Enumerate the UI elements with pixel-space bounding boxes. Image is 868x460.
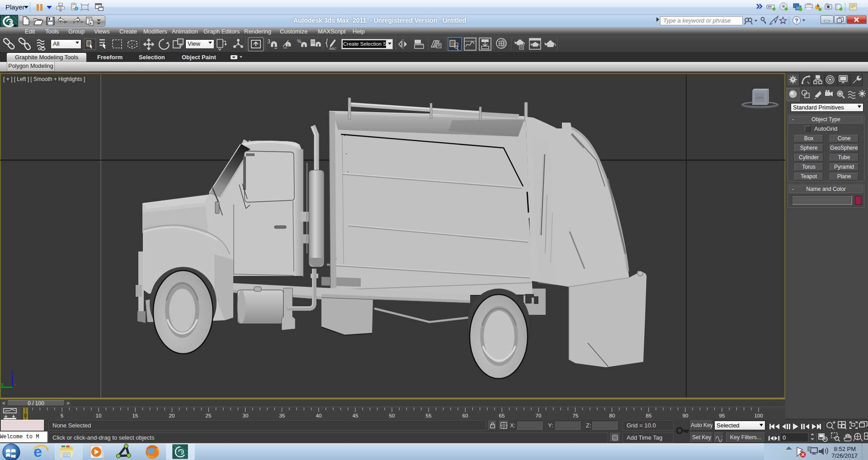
- svg-text:z: z: [11, 370, 14, 375]
- svg-text:0: 0: [783, 434, 786, 441]
- svg-text:x: x: [14, 383, 16, 387]
- svg-text:ABC: ABC: [329, 47, 337, 51]
- svg-text:%: %: [297, 38, 302, 44]
- svg-text:y: y: [1, 381, 4, 387]
- svg-text:3: 3: [267, 38, 270, 45]
- svg-text:8:52 PM: 8:52 PM: [834, 446, 856, 452]
- svg-text:7/26/2017: 7/26/2017: [831, 452, 858, 459]
- svg-text:?: ?: [795, 17, 798, 24]
- svg-text:LEFT: LEFT: [755, 96, 764, 100]
